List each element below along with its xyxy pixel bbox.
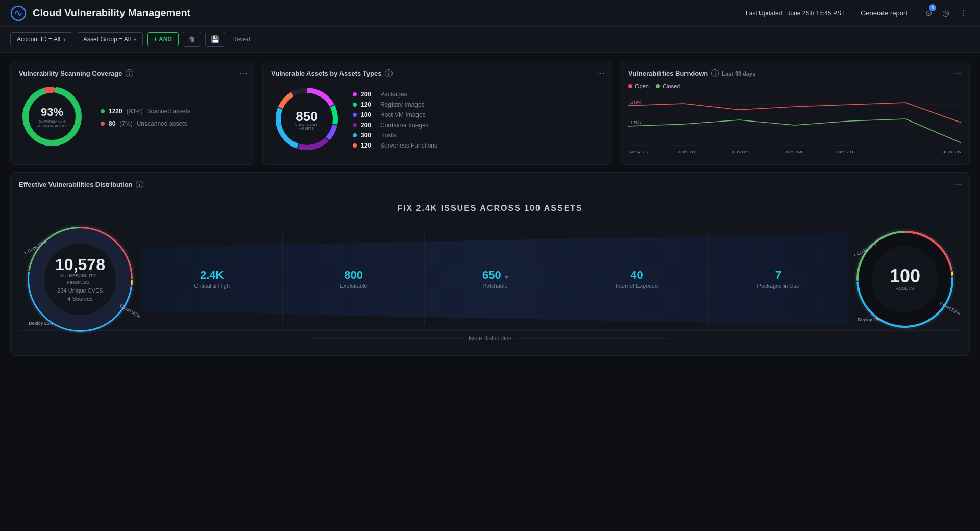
- card-menu-button[interactable]: ⋯: [954, 180, 962, 189]
- notification-badge: 6: [929, 4, 936, 11]
- donut-label: 93% SCANNED FORVULNERABILITIES: [36, 106, 67, 128]
- info-icon[interactable]: i: [136, 181, 143, 188]
- last-updated: Last Updated: June 26th 15:45 PST: [746, 10, 845, 17]
- vuln-legend: 200 Packages 120 Registry Images 100 Hos…: [353, 91, 437, 149]
- more-menu-button[interactable]: ⋮: [958, 6, 970, 20]
- card-title: Vulnerable Assets by Assets Types i: [271, 69, 604, 77]
- card-menu-button[interactable]: ⋯: [239, 68, 248, 78]
- burndown-chart: 30k 15k May 27 Jun 02 Jun 06 Jun 14 Jun …: [628, 94, 961, 156]
- left-donut-center: 10,578 VULNERABILITY FINDINGS 234 Unique…: [55, 256, 105, 302]
- card-title: Vulnerabilities Burndown i Last 30 days: [628, 69, 961, 77]
- svg-text:30k: 30k: [630, 100, 642, 105]
- account-id-filter[interactable]: Account ID = All ▾: [10, 32, 72, 46]
- metric-exploitable: 800 Exploitable: [283, 233, 424, 325]
- metric-patchable: 650 ▾ Patchable: [425, 233, 566, 325]
- main-content: Vulnerability Scanning Coverage i ⋯ 93% …: [0, 53, 980, 364]
- deploy-arc-label-left: Deploy 25%: [29, 321, 54, 326]
- and-button[interactable]: + AND: [147, 32, 179, 46]
- funnel-area: 10,578 VULNERABILITY FINDINGS 234 Unique…: [19, 223, 961, 335]
- unscanned-stat: 80 (7%) Unscanned assets: [101, 120, 190, 127]
- svg-text:15k: 15k: [630, 120, 642, 125]
- asset-group-filter[interactable]: Asset Group = All ▾: [77, 32, 143, 46]
- info-icon[interactable]: i: [385, 69, 393, 77]
- fix-banner: FIX 2.4K ISSUES ACROSS 100 ASSETS: [19, 204, 961, 213]
- eff-vuln-title: Effective Vulnerabilities Distribution i: [19, 181, 961, 188]
- generate-report-button[interactable]: Generate report: [853, 6, 915, 20]
- chevron-down-icon: ▾: [134, 37, 136, 42]
- save-icon: 💾: [211, 35, 219, 43]
- svg-text:May 27: May 27: [628, 150, 649, 154]
- card-menu-button[interactable]: ⋯: [597, 68, 605, 78]
- header: Cloud Vulnerability Management Last Upda…: [0, 0, 980, 27]
- right-donut-center: 100 ASSETS: [890, 267, 920, 292]
- open-dot: [628, 84, 632, 88]
- header-right: Last Updated: June 26th 15:45 PST Genera…: [746, 6, 970, 20]
- svg-text:Jun 02: Jun 02: [677, 150, 696, 154]
- chevron-icon: ▾: [505, 274, 508, 280]
- left-big-donut: 10,578 VULNERABILITY FINDINGS 234 Unique…: [19, 218, 141, 341]
- burndown-card: Vulnerabilities Burndown i Last 30 days …: [620, 61, 970, 165]
- legend-item-hosts: 300 Hosts: [353, 132, 437, 139]
- header-icons: ⊙ 6 ◷ ⋮: [923, 6, 970, 20]
- chevron-down-icon: ▾: [63, 37, 66, 42]
- clock-icon-button[interactable]: ◷: [940, 6, 951, 20]
- filter-bar: Account ID = All ▾ Asset Group = All ▾ +…: [0, 27, 980, 53]
- open-legend: Open: [628, 83, 649, 89]
- scanned-stat: 1220 (93%) Scanned assets: [101, 108, 190, 115]
- info-icon[interactable]: i: [711, 69, 719, 77]
- info-icon[interactable]: i: [126, 69, 133, 77]
- clock-icon: ◷: [942, 9, 949, 17]
- metric-critical-high: 2.4K Critical & High: [141, 233, 283, 325]
- cards-row: Vulnerability Scanning Coverage i ⋯ 93% …: [10, 61, 970, 165]
- scanning-card-inner: 93% SCANNED FORVULNERABILITIES 1220 (93%…: [19, 83, 247, 151]
- metric-packages-in-use: 7 Packages in Use: [708, 233, 849, 325]
- closed-legend: Closed: [656, 83, 680, 89]
- delete-filter-button[interactable]: 🗑: [183, 32, 201, 47]
- right-big-donut: 100 ASSETS ↗ Code 22% Cloud 50% Deploy 2…: [849, 223, 961, 335]
- deploy-arc-label-right: Deploy 28%: [858, 317, 883, 322]
- svg-text:Jun 06: Jun 06: [730, 150, 749, 154]
- revert-button[interactable]: Revert: [229, 33, 253, 46]
- svg-text:Jun 14: Jun 14: [783, 150, 802, 154]
- vulnerable-assets-card: Vulnerable Assets by Assets Types i ⋯: [262, 61, 612, 165]
- closed-dot: [656, 84, 660, 88]
- legend-item-packages: 200 Packages: [353, 91, 437, 98]
- metric-internet-exposed: 40 Internet Exposed: [566, 233, 707, 325]
- eff-vuln-section: Effective Vulnerabilities Distribution i…: [10, 172, 970, 356]
- svg-text:Jun 20: Jun 20: [835, 150, 853, 154]
- header-left: Cloud Vulnerability Management: [10, 5, 190, 21]
- legend-item-serverless: 120 Serverless Functions: [353, 142, 437, 149]
- legend-item-container: 200 Container Images: [353, 122, 437, 129]
- card-menu-button[interactable]: ⋯: [954, 68, 962, 78]
- svg-text:Jun 26: Jun 26: [942, 150, 961, 154]
- logo-icon: [10, 5, 27, 21]
- app-title: Cloud Vulnerability Management: [33, 7, 190, 19]
- card-title: Vulnerability Scanning Coverage i: [19, 69, 247, 77]
- scanned-dot: [101, 109, 105, 113]
- scanning-donut: 93% SCANNED FORVULNERABILITIES: [19, 83, 85, 151]
- legend-item-registry: 120 Registry Images: [353, 101, 437, 108]
- funnel-metrics: 2.4K Critical & High 800 Exploitable 650…: [141, 233, 849, 325]
- more-icon: ⋮: [960, 9, 968, 17]
- vuln-card-inner: 850 VULNERABLEASSETS 200 Packages 120 Re…: [271, 83, 604, 156]
- save-filter-button[interactable]: 💾: [205, 32, 225, 47]
- burndown-legend: Open Closed: [628, 83, 961, 89]
- filter-icon-button[interactable]: ⊙ 6: [923, 6, 934, 20]
- unscanned-dot: [101, 122, 105, 126]
- scan-stats: 1220 (93%) Scanned assets 80 (7%) Unscan…: [101, 108, 190, 127]
- vuln-donut: 850 VULNERABLEASSETS: [271, 83, 342, 156]
- trash-icon: 🗑: [188, 35, 195, 43]
- legend-item-host-vm: 100 Host VM Images: [353, 111, 437, 118]
- vuln-donut-label: 850 VULNERABLEASSETS: [295, 110, 318, 130]
- scanning-coverage-card: Vulnerability Scanning Coverage i ⋯ 93% …: [10, 61, 255, 165]
